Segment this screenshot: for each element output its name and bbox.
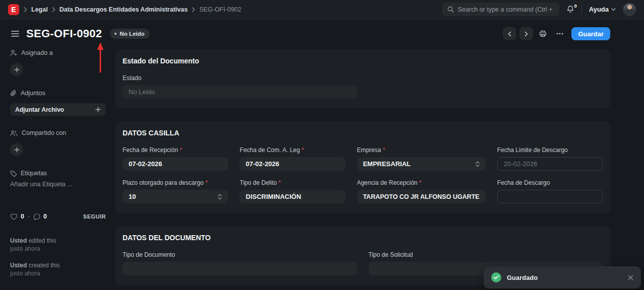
plus-icon (14, 67, 20, 72)
estado-input: No Leido (123, 85, 357, 99)
page-header: SEG-OFI-0902 No Leido Guardar (0, 19, 644, 40)
app-logo-letter: E (11, 6, 16, 14)
attachments-label: Adjuntos (21, 90, 45, 97)
follow-button[interactable]: SEGUIR (83, 213, 106, 220)
chevron-right-icon (52, 7, 55, 12)
field-empresa: Empresa * EMPRESARIAL (357, 147, 486, 171)
chevron-right-icon (24, 7, 27, 12)
plazo-otorgado-stepper[interactable]: 10 (123, 190, 228, 203)
status-badge: No Leido (110, 29, 149, 39)
heart-icon[interactable] (10, 213, 18, 220)
chevron-right-icon (192, 7, 195, 12)
required-marker: * (302, 147, 304, 154)
add-share-button[interactable] (10, 143, 23, 156)
section-title: Estado del Documento (123, 57, 603, 65)
field-estado: Estado No Leido (123, 75, 357, 99)
field-fecha-recepcion: Fecha de Recepción * 07-02-2026 (123, 147, 228, 171)
paperclip-icon (10, 90, 17, 97)
status-badge-label: No Leido (120, 31, 144, 37)
breadcrumb-item-current: SEG-OFI-0902 (199, 6, 241, 13)
activity-timestamp: justo ahora (10, 245, 106, 253)
fecha-recepcion-input[interactable]: 07-02-2026 (123, 157, 228, 171)
empresa-select[interactable]: EMPRESARIAL (357, 157, 486, 171)
prev-document-button[interactable] (503, 27, 516, 40)
nav-divider (581, 5, 582, 14)
comment-icon[interactable] (33, 213, 40, 220)
stepper-caret-icon (218, 194, 222, 200)
dot-separator (28, 216, 29, 217)
field-fecha-limite-descargo: Fecha Limite de Descargo 20-02-2026 (497, 147, 603, 171)
app-logo[interactable]: E (8, 4, 19, 15)
document-sidebar: Asignado a Adjuntos Adjuntar Archivo Com… (10, 49, 106, 290)
field-label: Tipo de Documento (123, 251, 175, 258)
bell-icon (566, 5, 574, 14)
add-assignment-button[interactable] (10, 63, 23, 76)
tag-icon (10, 170, 17, 177)
activity-entry: Usted created this justo ahora (10, 262, 106, 277)
assigned-to-section: Asignado a (10, 49, 106, 56)
save-button[interactable]: Guardar (571, 27, 610, 40)
field-label: Empresa (357, 147, 381, 154)
plus-icon (14, 147, 20, 153)
tipo-delito-input[interactable]: DISCRIMINACIÓN (240, 190, 345, 203)
tipo-documento-input[interactable] (123, 262, 357, 275)
breadcrumb-item-legal[interactable]: Legal (31, 6, 48, 13)
select-caret-icon (476, 161, 480, 167)
search-input[interactable] (458, 6, 554, 13)
user-avatar[interactable] (623, 3, 636, 16)
empresa-selected-value: EMPRESARIAL (363, 160, 411, 168)
global-search[interactable] (442, 3, 559, 16)
required-marker: * (180, 147, 182, 154)
notifications-button[interactable]: 0 (566, 5, 574, 14)
field-label: Fecha Limite de Descargo (497, 147, 568, 154)
agencia-recepcion-input[interactable]: TARAPOTO CO JR ALFONSO UGARTE (357, 190, 486, 203)
field-label: Plazo otorgado para descargo (123, 179, 204, 186)
required-marker: * (383, 147, 385, 154)
section-title: DATOS CASILLA (123, 129, 603, 137)
field-fecha-com-a-leg: Fecha de Com. A. Leg * 07-02-2026 (240, 147, 345, 171)
fecha-descargo-input[interactable] (497, 190, 603, 203)
section-estado-del-documento: Estado del Documento Estado No Leido (115, 49, 610, 108)
users-icon (10, 130, 18, 136)
ellipsis-icon (556, 33, 563, 35)
help-menu[interactable]: Ayuda (589, 6, 616, 13)
required-marker: * (278, 179, 281, 186)
print-button[interactable] (536, 27, 550, 40)
attach-file-label: Adjuntar Archivo (15, 106, 64, 113)
required-marker: * (205, 179, 208, 186)
field-tipo-documento: Tipo de Documento (123, 251, 357, 275)
comments-count: 0 (43, 213, 47, 220)
fecha-limite-descargo-input: 20-02-2026 (497, 157, 603, 171)
section-title: DATOS DEL DOCUMENTO (123, 234, 603, 242)
next-document-button[interactable] (519, 27, 533, 40)
success-check-icon (491, 272, 501, 282)
social-row: 0 0 SEGUIR (10, 213, 106, 220)
status-dot-icon (114, 33, 116, 35)
sidebar-toggle-icon[interactable] (11, 31, 19, 37)
breadcrumb-item-doctype[interactable]: Data Descargos Entidades Administrativas (60, 6, 188, 13)
field-label: Tipo de Solicitud (369, 251, 413, 258)
activity-user: Usted (10, 237, 27, 244)
field-label: Estado (123, 75, 141, 82)
menu-button[interactable] (553, 27, 566, 40)
breadcrumb: Legal Data Descargos Entidades Administr… (24, 6, 242, 13)
field-label: Fecha de Recepción (123, 147, 178, 154)
page-title: SEG-OFI-0902 (26, 27, 102, 40)
close-icon[interactable] (628, 275, 633, 280)
plus-icon (95, 107, 101, 112)
add-tag-input[interactable]: Añadir una Etiqueta ... (10, 181, 106, 188)
navbar: E Legal Data Descargos Entidades Adminis… (0, 0, 644, 19)
required-marker: * (419, 179, 422, 186)
assigned-to-label: Asignado a (21, 49, 53, 56)
fecha-com-a-leg-input[interactable]: 07-02-2026 (240, 157, 345, 171)
activity-action: edited this (27, 237, 56, 244)
activity-user: Usted (10, 262, 27, 269)
search-icon (447, 6, 454, 13)
attachments-section: Adjuntos (10, 90, 106, 97)
tags-label: Etiquetas (21, 170, 47, 177)
field-label: Fecha de Com. A. Leg (240, 147, 300, 154)
field-tipo-delito: Tipo de Delito * DISCRIMINACIÓN (240, 179, 345, 203)
attach-file-button[interactable]: Adjuntar Archivo (10, 103, 106, 116)
field-plazo-otorgado: Plazo otorgado para descargo * 10 (123, 179, 228, 203)
field-label: Tipo de Delito (240, 179, 277, 186)
